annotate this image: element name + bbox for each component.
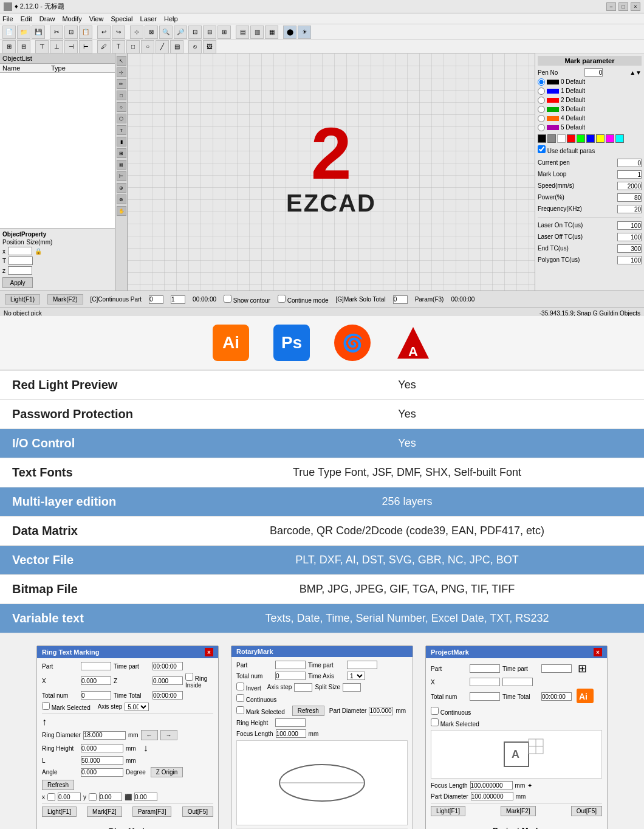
apply-button[interactable]: Apply — [2, 277, 33, 288]
rotary-invert-cb[interactable] — [236, 683, 244, 690]
menu-view[interactable]: View — [89, 15, 104, 22]
minimize-button[interactable]: − — [606, 2, 616, 11]
pen-radio-2[interactable] — [538, 97, 545, 104]
tb-align-top[interactable]: ⊤ — [35, 40, 49, 53]
tb-align-center[interactable]: ▥ — [250, 26, 264, 39]
tb-zoom-in[interactable]: 🔍 — [159, 26, 173, 39]
tb-ungroup[interactable]: ⊟ — [17, 40, 30, 53]
ring-timepart-input[interactable] — [152, 662, 183, 670]
crosshair-tool[interactable]: ⊗ — [117, 194, 126, 204]
tb-save[interactable]: 💾 — [32, 26, 45, 39]
ring-l-input[interactable] — [81, 756, 123, 765]
rotary-marksel-cb[interactable] — [236, 706, 244, 714]
rotary-cont-cb[interactable] — [236, 694, 244, 702]
table-tool[interactable]: ⊞ — [117, 148, 126, 158]
freq-input[interactable] — [617, 205, 642, 213]
rotary-totalnum-input[interactable] — [275, 672, 306, 680]
swatch-black[interactable] — [538, 134, 546, 143]
tb-open[interactable]: 📁 — [17, 26, 30, 39]
project-marksel-cb[interactable] — [431, 718, 439, 726]
x-input[interactable] — [8, 247, 32, 255]
y-input[interactable] — [9, 256, 33, 265]
ring-left-btn[interactable]: ← — [141, 730, 158, 740]
laser-on-input[interactable] — [617, 221, 642, 230]
tb-undo[interactable]: ↩ — [97, 26, 111, 39]
project-cont-cb[interactable] — [431, 707, 439, 715]
tb-redo[interactable]: ↪ — [112, 26, 125, 39]
rotary-axis-select[interactable]: 1 — [347, 672, 365, 680]
menu-file[interactable]: File — [2, 15, 13, 22]
show-contour-cb[interactable] — [224, 295, 231, 303]
rotary-splitsize-input[interactable] — [343, 683, 361, 692]
rect-tool[interactable]: □ — [117, 91, 126, 100]
rotary-axisstep-input[interactable] — [294, 683, 312, 692]
poly-tc-input[interactable] — [617, 256, 642, 264]
circle-tool[interactable]: ○ — [117, 102, 126, 112]
rotary-timepart-input[interactable] — [347, 661, 377, 669]
laser-off-input[interactable] — [617, 233, 642, 241]
menu-modify[interactable]: Modify — [62, 15, 81, 22]
tb-select[interactable]: ⊹ — [130, 26, 143, 39]
window-controls[interactable]: − □ × — [606, 2, 640, 11]
zoom-tool[interactable]: ⊕ — [117, 183, 126, 193]
swatch-gray[interactable] — [547, 134, 556, 143]
tb-new[interactable]: 📄 — [2, 26, 16, 39]
ring-angle-input[interactable] — [81, 768, 123, 777]
tb-import[interactable]: ⎋ — [188, 40, 202, 53]
rotary-focus-input[interactable] — [276, 729, 306, 738]
ring-z-input[interactable] — [152, 676, 183, 685]
tb-hatch[interactable]: ▤ — [170, 40, 183, 53]
ring-x-input[interactable] — [81, 676, 111, 685]
tb-copy[interactable]: ⊡ — [64, 26, 78, 39]
end-tc-input[interactable] — [617, 244, 642, 253]
maximize-button[interactable]: □ — [618, 2, 628, 11]
ring-diameter-input[interactable] — [83, 731, 126, 740]
tb-cut[interactable]: ✂ — [50, 26, 63, 39]
pen-radio-4[interactable] — [538, 115, 545, 122]
use-default-cb[interactable] — [538, 145, 546, 153]
tb-align-left[interactable]: ▤ — [236, 26, 249, 39]
pan-tool[interactable]: ✋ — [117, 206, 126, 216]
tb-bitmap[interactable]: 🖼 — [203, 40, 216, 53]
tb-pen[interactable]: 🖊 — [97, 40, 111, 53]
tb-line[interactable]: ╱ — [156, 40, 169, 53]
pen-radio-3[interactable] — [538, 106, 545, 113]
menu-edit[interactable]: Edit — [21, 15, 32, 22]
tb-group[interactable]: ⊞ — [2, 40, 16, 53]
hatch-tool[interactable]: ⊠ — [117, 160, 126, 170]
g-mark-input[interactable] — [393, 295, 408, 304]
select-tool[interactable]: ↖ — [117, 56, 126, 66]
ring-dialog-close[interactable]: × — [205, 648, 213, 656]
pen-radio-0[interactable] — [538, 78, 545, 86]
adobe-photoshop-icon[interactable]: Ps — [273, 325, 310, 361]
project-totalnum-input[interactable] — [470, 692, 500, 701]
z-origin-btn[interactable]: Z Origin — [151, 767, 183, 777]
rotary-refresh-btn[interactable]: Refresh — [292, 706, 324, 716]
menu-draw[interactable]: Draw — [39, 15, 55, 22]
continue-mode-cb[interactable] — [278, 295, 286, 303]
z-input[interactable] — [8, 266, 32, 275]
continuous-p-input[interactable] — [149, 295, 163, 304]
ring-yval-input[interactable] — [99, 793, 122, 801]
tb-node[interactable]: ⊠ — [145, 26, 158, 39]
text-tool[interactable]: T — [117, 125, 126, 135]
pen-no-input[interactable] — [584, 68, 603, 77]
poly-tool[interactable]: ⬡ — [117, 114, 126, 123]
barcode-tool[interactable]: ▮ — [117, 137, 126, 146]
continuous-n-input[interactable] — [171, 295, 185, 304]
rotary-part-input[interactable] — [275, 661, 306, 669]
ring-timetotal-input[interactable] — [152, 691, 183, 700]
power-input[interactable] — [617, 193, 642, 202]
tb-zoom-fit[interactable]: ⊡ — [188, 26, 202, 39]
menu-help[interactable]: Help — [164, 15, 178, 22]
tb-light[interactable]: ☀ — [298, 26, 311, 39]
ring-xval-input[interactable] — [58, 793, 81, 801]
draw-tool[interactable]: ✏ — [117, 79, 126, 89]
tb-mark[interactable]: ⬤ — [283, 26, 296, 39]
project-partdiam-input[interactable] — [471, 792, 513, 800]
swatch-magenta[interactable] — [606, 134, 614, 143]
tb-zoom-sel[interactable]: ⊟ — [203, 26, 216, 39]
tb-dist-v[interactable]: ⊢ — [79, 40, 92, 53]
project-x2-input[interactable] — [502, 678, 533, 686]
project-light-btn[interactable]: Light[F1] — [431, 806, 465, 816]
